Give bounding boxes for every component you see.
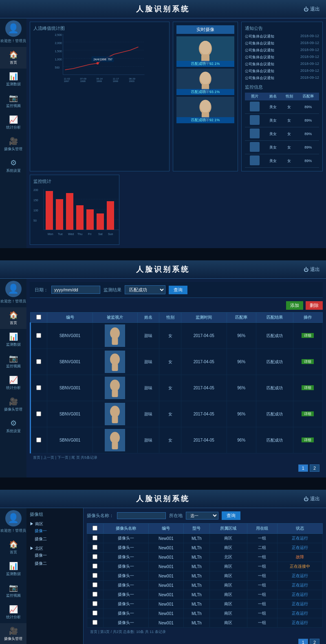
realtime-panel: 实时摄像 匹配成功：92.1% [173,22,238,171]
tree-item-cam2[interactable]: 摄像二 [35,535,80,543]
svg-text:500: 500 [55,66,60,69]
svg-rect-44 [66,193,73,230]
page-1-button[interactable]: 1 [298,464,308,472]
cam-row-checkbox[interactable] [93,582,97,587]
section-camera: 人脸识别系统 ⏻ 退出 👤 欢迎您！管理员 🏠 首页 📊 监测数据 📷 监控视频 [0,490,326,644]
camera-pagination: 1 2 [87,636,323,644]
sidebar3-item-home[interactable]: 🏠 首页 [0,537,26,558]
sidebar2-item-monitor[interactable]: 📊 监测数据 [0,329,26,351]
row-checkbox[interactable] [36,359,41,364]
tree-item-north-cam1[interactable]: 摄像一 [35,551,80,560]
cam-page-1-button[interactable]: 1 [298,639,308,644]
cam-row-checkbox[interactable] [93,554,97,559]
cam-row-checkbox[interactable] [93,611,97,615]
face-match-label-1: 匹配成功：92.1% [176,61,234,67]
col-rate: 匹配率 [227,313,256,323]
sidebar3-item-monitor[interactable]: 📊 监测数据 [0,558,26,580]
monitor-row: 美女女89% [245,114,319,127]
sidebar2-item-home[interactable]: 🏠 首页 [0,307,26,329]
sidebar3-item-video[interactable]: 📷 监控视频 [0,580,26,602]
svg-point-62 [110,406,120,417]
realtime-title: 实时摄像 [176,25,234,34]
divider-1 [0,248,326,260]
row-checkbox[interactable] [36,333,41,338]
monitor-row: 美女女89% [245,127,319,141]
sidebar2-item-camera[interactable]: 🎥 摄像头管理 [0,394,26,415]
cam-row-checkbox[interactable] [93,573,97,578]
sidebar-item-settings[interactable]: ⚙ 系统设置 [0,155,26,177]
date-filter-input[interactable] [51,286,100,294]
tree-item-north-cam2[interactable]: 摄像二 [35,560,80,568]
home-icon-2: 🏠 [9,311,18,320]
sidebar3-item-stats[interactable]: 📈 统计分析 [0,602,26,623]
cam-row-checkbox[interactable] [93,592,97,597]
cam-name-input[interactable] [117,512,166,519]
row-checkbox[interactable] [36,385,41,390]
camera-table-footer: 首页 | 第1页 / 共2页 总条数: 10条 共 11 条记录 [87,628,323,636]
sidebar-item-stats[interactable]: 📈 统计分析 [0,112,26,133]
avatar-2: 👤 [5,281,22,297]
sidebar2-item-settings[interactable]: ⚙ 系统设置 [0,415,26,437]
search-button[interactable]: 查询 [169,286,187,294]
page-2-button[interactable]: 2 [310,464,319,472]
date-filter-label: 日期： [35,287,48,293]
video-icon-2: 🎥 [9,397,18,406]
cam-col-area: 所属区域 [209,524,247,534]
sidebar2-item-stats[interactable]: 📈 统计分析 [0,372,26,394]
cam-col-id: 编号 [148,524,183,534]
tree-item-north[interactable]: ▶ 北区 摄像一 摄像二 [30,544,80,569]
exit-button[interactable]: ⏻ 退出 [304,6,320,13]
sidebar-welcome-2: 欢迎您！管理员 [0,299,26,304]
cam-row-checkbox[interactable] [93,545,97,550]
tree-sub-south: 摄像一 摄像二 [30,527,80,543]
sidebar2-item-video[interactable]: 📷 监控视频 [0,351,26,372]
camera-row: 摄像头一New001MLTh 南区一组 正在运行 [87,618,323,628]
camera-table: 摄像头名称 编号 型号 所属区域 用在组 状态 摄像头一New001MLTh [87,523,323,628]
delete-button[interactable]: 删除 [306,301,323,310]
col-time: 监测时间 [181,313,227,323]
select-all-checkbox[interactable] [36,315,41,320]
location-label: 所在地 [169,513,183,519]
tree-item-south[interactable]: ▶ 南区 摄像一 摄像二 [30,520,80,544]
cam-col-model: 型号 [184,524,210,534]
cam-row-checkbox[interactable] [93,564,97,568]
cam-name-label: 摄像头名称： [87,513,114,519]
col-id: 编号 [47,313,93,323]
cam-row-checkbox[interactable] [93,535,97,540]
section3-exit-button[interactable]: ⏻ 退出 [304,495,320,502]
col-gender: 性别 [159,313,181,323]
dashboard-content: 人流峰值统计图 2,500 2,000 1,500 1,000 [26,18,326,248]
realtime-face-1: 匹配成功：92.1% [176,36,234,67]
sidebar-item-monitor-data[interactable]: 📊 监测数据 [0,69,26,90]
sidebar-item-monitor-video[interactable]: 📷 监控视频 [0,90,26,112]
analytics-icon-3: 📈 [9,605,18,614]
add-button[interactable]: 添加 [286,301,303,310]
monitor-table-title: 监控信息 [245,84,319,90]
sidebar-item-camera-mgmt[interactable]: 🎥 摄像头管理 [0,133,26,155]
chart-icon-2: 📊 [9,332,18,341]
sidebar3-item-camera[interactable]: 🎥 摄像头管理 [0,623,26,644]
svg-text:200: 200 [33,189,38,191]
cam-select-all[interactable] [93,526,97,531]
cam-row-checkbox[interactable] [93,620,97,625]
cam-row-checkbox[interactable] [93,601,97,606]
news-item: 公司集体会议通知 2018-09-12 [245,55,319,60]
sidebar-item-home[interactable]: 🏠 首页 [0,47,26,69]
filter-bar: 日期： 监测结果 匹配成功 匹配失败 查询 [30,282,323,298]
cam-page-2-button[interactable]: 2 [310,639,319,644]
cam-search-button[interactable]: 查询 [222,511,240,520]
sidebar-label-stats: 统计分析 [6,125,21,130]
tree-item-cam1[interactable]: 摄像一 [35,527,80,535]
camera-row: 摄像头一New001MLTh 南区一组 正在连接中 [87,562,323,571]
section3-layout: 👤 欢迎您！管理员 🏠 首页 📊 监测数据 📷 监控视频 📈 统计分析 🎥 [0,508,326,644]
status-badge: 详细 [302,411,314,416]
col-name: 姓名 [137,313,159,323]
sidebar: 👤 欢迎您！管理员 🏠 首页 📊 监测数据 📷 监控视频 📈 统计分析 🎥 [0,18,26,248]
result-filter-select[interactable]: 匹配成功 匹配失败 [125,285,165,294]
section2-exit-button[interactable]: ⏻ 退出 [304,266,320,273]
svg-point-60 [110,380,120,391]
monitor-table: 照片 姓名 性别 匹配率 美女女89% [245,93,319,168]
location-select[interactable]: 选一 南区 北区 [186,512,218,520]
row-checkbox[interactable] [36,437,41,442]
row-checkbox[interactable] [36,411,41,416]
